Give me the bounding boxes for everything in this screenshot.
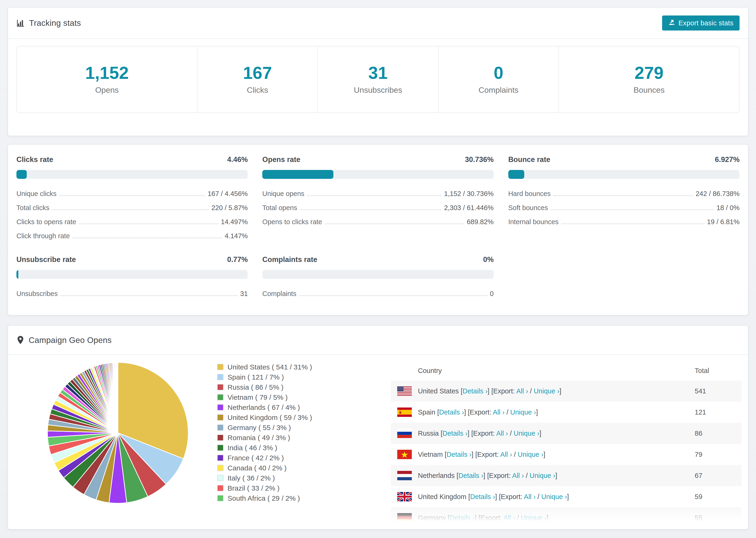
export-all-link[interactable]: All › — [496, 430, 508, 437]
country-total: 121 — [695, 408, 742, 416]
detail-row: Internal bounces19 / 6.81% — [508, 215, 739, 229]
country-total: 67 — [695, 472, 742, 480]
export-unique-link[interactable]: Unique › — [530, 472, 556, 479]
export-all-link[interactable]: All › — [524, 493, 536, 501]
rate-title: Clicks rate — [17, 155, 53, 164]
details-link[interactable]: Details › — [443, 430, 467, 437]
progress-bar — [17, 270, 248, 279]
legend-label: Netherlands ( 67 / 4% ) — [228, 404, 300, 411]
export-all-link[interactable]: All › — [503, 514, 515, 521]
dotted-leader — [61, 295, 237, 296]
details-link[interactable]: Details › — [447, 451, 471, 458]
legend-item: France ( 42 / 2% ) — [217, 453, 312, 463]
bracket: [ — [457, 472, 458, 479]
bracket: ] — [544, 451, 545, 458]
geo-table-row: Netherlands [Details ›] [Export: All › /… — [391, 465, 742, 486]
progress-bar-fill — [17, 170, 27, 179]
export-basic-stats-button[interactable]: Export basic stats — [662, 16, 739, 30]
stat-label: Bounces — [633, 85, 665, 95]
detail-row: Clicks to opens rate14.497% — [17, 215, 248, 229]
export-unique-link[interactable]: Unique › — [518, 451, 544, 458]
export-prefix: [Export: — [478, 514, 503, 521]
bracket: ] — [536, 408, 538, 416]
dotted-leader — [52, 209, 208, 210]
detail-label: Opens to clicks rate — [262, 218, 322, 226]
detail-row: Unique clicks167 / 4.456% — [17, 187, 248, 201]
bracket: [ — [441, 430, 443, 437]
stat-cell-opens: 1,152Opens — [17, 46, 197, 112]
details-link[interactable]: Details › — [439, 408, 464, 416]
export-all-link[interactable]: All › — [493, 408, 505, 416]
bracket: [ — [445, 451, 447, 458]
detail-value: 220 / 5.87% — [212, 204, 248, 212]
map-pin-icon — [17, 336, 25, 345]
stat-value: 31 — [368, 64, 388, 82]
rate-title: Bounce rate — [508, 155, 550, 164]
country-cell: Vietnam [Details ›] [Export: All › / Uni… — [418, 451, 695, 458]
stat-value: 0 — [494, 64, 503, 82]
stat-label: Complaints — [478, 85, 518, 95]
export-prefix: [Export: — [499, 493, 524, 501]
legend-swatch — [217, 485, 224, 491]
rates-grid: Clicks rate4.46%Unique clicks167 / 4.456… — [8, 144, 748, 308]
detail-value: 0 — [490, 290, 494, 297]
legend-item: Romania ( 49 / 3% ) — [217, 433, 312, 443]
stat-label: Opens — [95, 85, 119, 95]
legend-swatch — [217, 394, 224, 401]
rate-title: Opens rate — [262, 155, 300, 164]
bracket: ] — [555, 472, 557, 479]
export-all-link[interactable]: All › — [500, 451, 512, 458]
detail-row: Unique opens1,152 / 30.736% — [262, 187, 494, 201]
dotted-leader — [307, 195, 441, 196]
geo-country-table: Country Total United States [Details ›] … — [391, 361, 742, 528]
export-unique-link[interactable]: Unique › — [534, 387, 560, 395]
detail-row: Unsubscribes31 — [17, 287, 248, 301]
legend-label: United Kingdom ( 59 / 3% ) — [228, 413, 312, 422]
country-total: 55 — [695, 514, 742, 522]
export-unique-link[interactable]: Unique › — [521, 514, 547, 521]
legend-swatch — [217, 495, 224, 501]
detail-value: 689.82% — [467, 218, 494, 226]
progress-bar — [262, 170, 494, 179]
country-cell: Germany [Details ›] [Export: All › / Uni… — [418, 514, 695, 522]
bracket: ] — [488, 387, 491, 395]
legend-item: United States ( 541 / 31% ) — [217, 362, 312, 372]
rate-panel-unsubscribe-rate: Unsubscribe rate0.77%Unsubscribes31 — [17, 255, 248, 301]
details-link[interactable]: Details › — [459, 472, 483, 479]
detail-row: Hard bounces242 / 86.738% — [508, 187, 739, 201]
rate-value: 0% — [483, 255, 494, 264]
progress-bar — [262, 270, 494, 279]
legend-item: Spain ( 121 / 7% ) — [217, 372, 312, 382]
geo-table-row: Russia [Details ›] [Export: All › / Uniq… — [391, 423, 742, 444]
slash-separator: / — [515, 514, 521, 521]
legend-swatch — [217, 404, 224, 410]
detail-row: Total opens2,303 / 61.446% — [262, 201, 494, 215]
export-all-link[interactable]: All › — [512, 472, 524, 479]
flag-ru-icon — [397, 429, 412, 438]
detail-label: Unsubscribes — [17, 290, 58, 297]
country-name: United Kingdom — [418, 493, 468, 501]
detail-label: Internal bounces — [508, 218, 559, 226]
details-link[interactable]: Details › — [462, 387, 487, 395]
legend-label: United States ( 541 / 31% ) — [228, 363, 312, 371]
legend-label: Germany ( 55 / 3% ) — [228, 424, 291, 432]
export-unique-link[interactable]: Unique › — [510, 408, 536, 416]
country-cell: United Kingdom [Details ›] [Export: All … — [418, 493, 695, 501]
legend-label: Brazil ( 33 / 2% ) — [228, 484, 280, 492]
legend-label: South Africa ( 29 / 2% ) — [228, 494, 300, 502]
dotted-leader — [299, 295, 487, 296]
legend-swatch — [217, 364, 224, 370]
legend-item: Russia ( 86 / 5% ) — [217, 382, 312, 392]
bracket: ] — [483, 472, 487, 479]
export-unique-link[interactable]: Unique › — [541, 493, 567, 501]
details-link[interactable]: Details › — [450, 514, 474, 521]
progress-bar — [17, 170, 248, 179]
export-unique-link[interactable]: Unique › — [514, 430, 540, 437]
rate-panel-clicks-rate: Clicks rate4.46%Unique clicks167 / 4.456… — [17, 155, 248, 243]
details-link[interactable]: Details › — [470, 493, 495, 501]
legend-item: United Kingdom ( 59 / 3% ) — [217, 412, 312, 422]
bracket: ] — [464, 408, 468, 416]
geo-pie-legend: United States ( 541 / 31% )Spain ( 121 /… — [217, 362, 312, 503]
export-all-link[interactable]: All › — [516, 387, 528, 395]
detail-label: Soft bounces — [508, 204, 548, 212]
